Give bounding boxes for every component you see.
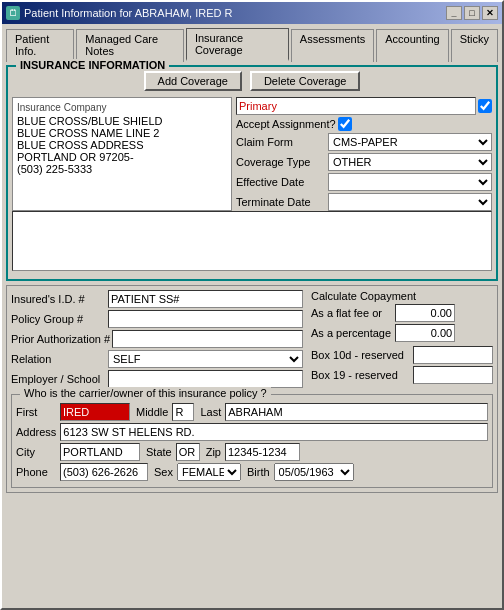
employer-label: Employer / School <box>11 373 106 385</box>
employer-input[interactable] <box>108 370 303 388</box>
box10d-row: Box 10d - reserved <box>311 346 493 364</box>
accept-assignment-row: Accept Assignment? <box>236 117 492 131</box>
effective-date-select[interactable] <box>328 173 492 191</box>
effective-date-row: Effective Date <box>236 173 492 191</box>
relation-select[interactable]: SELF SPOUSE CHILD OTHER <box>108 350 303 368</box>
company-line-1: BLUE CROSS/BLUE SHIELD <box>17 115 227 127</box>
primary-input[interactable] <box>236 97 476 115</box>
sex-select[interactable]: FEMALE MALE <box>177 463 241 481</box>
last-input[interactable] <box>225 403 488 421</box>
primary-row <box>236 97 492 115</box>
insurance-details-row: Insurance Company BLUE CROSS/BLUE SHIELD… <box>12 97 492 211</box>
insured-id-label: Insured's I.D. # <box>11 293 106 305</box>
percentage-input[interactable] <box>395 324 455 342</box>
phone-input[interactable] <box>60 463 148 481</box>
employer-row: Employer / School <box>11 370 303 388</box>
title-bar: 🗒 Patient Information for ABRAHAM, IRED … <box>2 2 502 24</box>
phone-sex-birth-row: Phone Sex FEMALE MALE Birth 05/05/1963 <box>16 463 488 481</box>
state-input[interactable] <box>176 443 200 461</box>
minimize-button[interactable]: _ <box>446 6 462 20</box>
delete-coverage-button[interactable]: Delete Coverage <box>250 71 361 91</box>
box19-input[interactable] <box>413 366 493 384</box>
relation-row: Relation SELF SPOUSE CHILD OTHER <box>11 350 303 368</box>
tab-accounting[interactable]: Accounting <box>376 29 448 62</box>
policy-group-row: Policy Group # <box>11 310 303 328</box>
insurance-info-title: INSURANCE INFORMATION <box>16 59 169 71</box>
city-input[interactable] <box>60 443 140 461</box>
city-state-zip-row: City State Zip <box>16 443 488 461</box>
tab-bar: Patient Info. Managed Care Notes Insuran… <box>2 24 502 61</box>
maximize-button[interactable]: □ <box>464 6 480 20</box>
insurance-company-box: Insurance Company BLUE CROSS/BLUE SHIELD… <box>12 97 232 211</box>
first-input[interactable] <box>60 403 130 421</box>
add-coverage-button[interactable]: Add Coverage <box>144 71 242 91</box>
prior-auth-label: Prior Authorization # <box>11 333 110 345</box>
bottom-section: Insured's I.D. # Policy Group # Prior Au… <box>6 285 498 493</box>
company-line-4: PORTLAND OR 97205- <box>17 151 227 163</box>
zip-input[interactable] <box>225 443 300 461</box>
address-row: Address <box>16 423 488 441</box>
carrier-owner-group: Who is the carrier/owner of this insuran… <box>11 394 493 488</box>
company-line-2: BLUE CROSS NAME LINE 2 <box>17 127 227 139</box>
window-controls: _ □ ✕ <box>446 6 498 20</box>
company-line-5: (503) 225-5333 <box>17 163 227 175</box>
insured-id-input[interactable] <box>108 290 303 308</box>
address-label: Address <box>16 426 56 438</box>
flat-fee-input[interactable] <box>395 304 455 322</box>
box19-row: Box 19 - reserved <box>311 366 493 384</box>
box10d-label: Box 10d - reserved <box>311 349 411 361</box>
percentage-row: As a percentage <box>311 324 493 342</box>
last-label: Last <box>200 406 221 418</box>
percentage-label: As a percentage <box>311 327 391 339</box>
birth-label: Birth <box>247 466 270 478</box>
accept-checkbox[interactable] <box>338 117 352 131</box>
address-input[interactable] <box>60 423 488 441</box>
coverage-list[interactable] <box>12 211 492 271</box>
tab-managed-care-notes[interactable]: Managed Care Notes <box>76 29 184 62</box>
main-window: 🗒 Patient Information for ABRAHAM, IRED … <box>0 0 504 610</box>
accept-label: Accept Assignment? <box>236 118 336 130</box>
left-col: Insured's I.D. # Policy Group # Prior Au… <box>11 290 303 390</box>
terminate-date-label: Terminate Date <box>236 196 326 208</box>
content-area: INSURANCE INFORMATION Add Coverage Delet… <box>2 61 502 497</box>
company-line-3: BLUE CROSS ADDRESS <box>17 139 227 151</box>
tab-assessments[interactable]: Assessments <box>291 29 374 62</box>
tab-insurance-coverage[interactable]: Insurance Coverage <box>186 28 289 61</box>
box10d-input[interactable] <box>413 346 493 364</box>
flat-fee-label: As a flat fee or <box>311 307 391 319</box>
coverage-type-select[interactable]: OTHER HMO PPO <box>328 153 492 171</box>
coverage-type-label: Coverage Type <box>236 156 326 168</box>
box19-label: Box 19 - reserved <box>311 369 411 381</box>
coverage-buttons: Add Coverage Delete Coverage <box>12 71 492 91</box>
window-title: Patient Information for ABRAHAM, IRED R <box>24 7 232 19</box>
policy-group-input[interactable] <box>108 310 303 328</box>
middle-label: Middle <box>136 406 168 418</box>
close-button[interactable]: ✕ <box>482 6 498 20</box>
birth-select[interactable]: 05/05/1963 <box>274 463 354 481</box>
bottom-two-col: Insured's I.D. # Policy Group # Prior Au… <box>11 290 493 390</box>
policy-group-label: Policy Group # <box>11 313 106 325</box>
primary-checkbox[interactable] <box>478 99 492 113</box>
right-col: Calculate Copayment As a flat fee or As … <box>311 290 493 390</box>
terminate-date-select[interactable] <box>328 193 492 211</box>
company-label: Insurance Company <box>17 102 227 113</box>
insurance-fields: Accept Assignment? Claim Form CMS-PAPER … <box>236 97 492 211</box>
tab-patient-info[interactable]: Patient Info. <box>6 29 74 62</box>
carrier-group-title: Who is the carrier/owner of this insuran… <box>20 387 271 399</box>
middle-input[interactable] <box>172 403 194 421</box>
prior-auth-input[interactable] <box>112 330 303 348</box>
phone-label: Phone <box>16 466 56 478</box>
sex-label: Sex <box>154 466 173 478</box>
tab-sticky[interactable]: Sticky <box>451 29 498 62</box>
claim-form-row: Claim Form CMS-PAPER CMS-ELECTRONIC <box>236 133 492 151</box>
effective-date-label: Effective Date <box>236 176 326 188</box>
zip-label: Zip <box>206 446 221 458</box>
insured-id-row: Insured's I.D. # <box>11 290 303 308</box>
app-icon: 🗒 <box>6 6 20 20</box>
flat-fee-row: As a flat fee or <box>311 304 493 322</box>
name-row: First Middle Last <box>16 403 488 421</box>
claim-form-label: Claim Form <box>236 136 326 148</box>
state-label: State <box>146 446 172 458</box>
copay-title: Calculate Copayment <box>311 290 493 302</box>
claim-form-select[interactable]: CMS-PAPER CMS-ELECTRONIC <box>328 133 492 151</box>
